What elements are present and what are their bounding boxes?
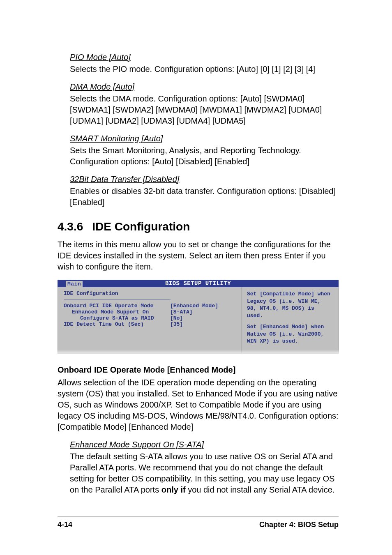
section-name: IDE Configuration (92, 220, 190, 233)
bios-row-value: [S-ATA] (170, 309, 236, 315)
page-number: 4-14 (58, 520, 72, 529)
enhanced-bold: only if (161, 485, 186, 494)
bios-row: Onboard PCI IDE Operate Mode [Enhanced M… (64, 303, 236, 309)
onboard-text: Allows selection of the IDE operation mo… (58, 377, 339, 433)
chapter-label: Chapter 4: BIOS Setup (259, 520, 339, 529)
enhanced-text: The default setting S-ATA allows you to … (70, 451, 339, 495)
enhanced-heading: Enhanced Mode Support On [S-ATA] (70, 440, 339, 449)
bios-row: IDE Detect Time Out (Sec) [35] (64, 321, 236, 327)
dma-text: Selects the DMA mode. Configuration opti… (70, 93, 339, 127)
section-title: 4.3.6IDE Configuration (58, 220, 339, 233)
smart-heading: SMART Monitoring [Auto] (70, 134, 339, 143)
pio-text: Selects the PIO mode. Configuration opti… (70, 64, 339, 75)
bios-screenshot: BIOS SETUP UTILITY Main IDE Configuratio… (58, 280, 339, 355)
bios-row-value: [35] (170, 321, 236, 327)
bios-left-title: IDE Configuration (64, 290, 236, 297)
bit32-text: Enables or disables 32-bit data transfer… (70, 186, 339, 208)
bios-tab-main: Main (66, 281, 83, 287)
bios-row-label: Onboard PCI IDE Operate Mode (64, 303, 170, 309)
section-intro: The items in this menu allow you to set … (58, 239, 339, 272)
onboard-heading: Onboard IDE Operate Mode [Enhanced Mode] (58, 365, 339, 375)
smart-text: Sets the Smart Monitoring, Analysis, and… (70, 145, 339, 167)
pio-heading: PIO Mode [Auto] (70, 53, 339, 62)
bios-help-p2: Set [Enhanced Mode] when Native OS (i.e.… (247, 323, 333, 345)
page-footer: 4-14 Chapter 4: BIOS Setup (58, 516, 339, 529)
bios-row-label: Configure S-ATA as RAID (64, 315, 170, 321)
bios-row-value: [No] (170, 315, 236, 321)
dma-heading: DMA Mode [Auto] (70, 82, 339, 92)
section-number: 4.3.6 (58, 220, 83, 233)
bios-row-label: IDE Detect Time Out (Sec) (64, 321, 170, 327)
bios-row-label: Enhanced Mode Support On (64, 309, 170, 315)
enhanced-text-after: you did not install any Serial ATA devic… (186, 485, 335, 494)
bios-row: Configure S-ATA as RAID [No] (64, 315, 236, 321)
bit32-heading: 32Bit Data Transfer [Disabled] (70, 175, 339, 184)
bios-title: BIOS SETUP UTILITY (165, 280, 231, 287)
bios-help-p1: Set [Compatible Mode] when Legacy OS (i.… (247, 290, 333, 319)
bios-row: Enhanced Mode Support On [S-ATA] (64, 309, 236, 315)
bios-divider (64, 299, 171, 299)
bios-help-pane: Set [Compatible Mode] when Legacy OS (i.… (242, 287, 338, 353)
bios-row-value: [Enhanced Mode] (170, 303, 236, 309)
bios-left-pane: IDE Configuration Onboard PCI IDE Operat… (58, 287, 242, 353)
bios-titlebar: BIOS SETUP UTILITY Main (58, 280, 339, 287)
